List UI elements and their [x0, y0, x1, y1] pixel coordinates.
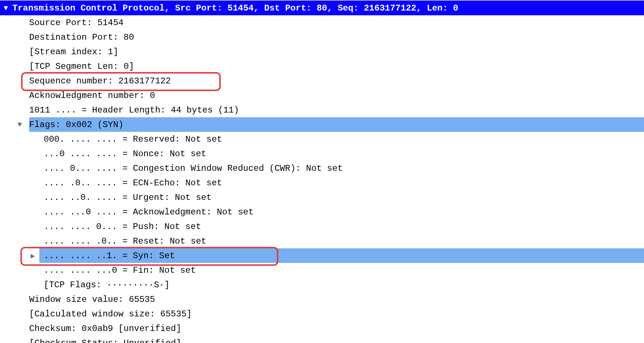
flags-header-label: Flags: 0x002 (SYN): [29, 120, 123, 130]
checksum-row[interactable]: Checksum: 0x0ab9 [unverified]: [0, 321, 644, 336]
checksum-status-row[interactable]: [Checksum Status: Unverified]: [0, 336, 644, 343]
flag-urgent-label: .... ..0. .... = Urgent: Not set: [44, 193, 212, 202]
flag-cwr-label: .... 0... .... = Congestion Window Reduc…: [44, 163, 343, 173]
sequence-number-label: Sequence number: 2163177122: [29, 76, 171, 86]
flag-fin-label: .... .... ...0 = Fin: Not set: [44, 265, 196, 275]
flags-expand[interactable]: [16, 117, 23, 132]
flag-push-label: .... .... 0... = Push: Not set: [44, 222, 201, 232]
header-length-row[interactable]: 1011 .... = Header Length: 44 bytes (11): [0, 103, 644, 117]
flags-row[interactable]: Flags: 0x002 (SYN): [0, 117, 644, 132]
flag-push-row[interactable]: .... .... 0... = Push: Not set: [0, 219, 644, 234]
tcp-header-label: Transmission Control Protocol, Src Port:…: [12, 3, 458, 13]
chevron-down-icon[interactable]: [2, 4, 9, 12]
flag-summary-row[interactable]: [TCP Flags: ·········S·]: [0, 277, 644, 292]
header-length-label: 1011 .... = Header Length: 44 bytes (11): [29, 105, 239, 115]
flag-ecn-label: .... .0.. .... = ECN-Echo: Not set: [44, 178, 222, 188]
flag-ack-label: .... ...0 .... = Acknowledgment: Not set: [44, 207, 254, 217]
calc-window-label: [Calculated window size: 65535]: [29, 309, 192, 319]
dest-port-label: Destination Port: 80: [29, 32, 134, 42]
flag-syn-label: .... .... ..1. = Syn: Set: [44, 251, 175, 261]
flag-syn-row[interactable]: .... .... ..1. = Syn: Set: [0, 248, 644, 263]
source-port-row[interactable]: Source Port: 51454: [0, 15, 644, 30]
flag-reserved-label: 000. .... .... = Reserved: Not set: [44, 134, 222, 144]
flag-ack-row[interactable]: .... ...0 .... = Acknowledgment: Not set: [0, 205, 644, 219]
sequence-number-row[interactable]: Sequence number: 2163177122: [0, 74, 644, 88]
ack-number-label: Acknowledgment number: 0: [29, 91, 155, 100]
flag-nonce-label: ...0 .... .... = Nonce: Not set: [44, 149, 206, 159]
flag-ecn-row[interactable]: .... .0.. .... = ECN-Echo: Not set: [0, 176, 644, 190]
source-port-label: Source Port: 51454: [29, 18, 123, 28]
stream-index-label: [Stream index: 1]: [29, 47, 118, 57]
chevron-right-icon: [29, 251, 36, 260]
chevron-down-icon: [16, 121, 23, 129]
segment-len-label: [TCP Segment Len: 0]: [29, 62, 134, 71]
checksum-status-label: [Checksum Status: Unverified]: [29, 338, 181, 343]
flag-reset-row[interactable]: .... .... .0.. = Reset: Not set: [0, 234, 644, 248]
flag-reset-label: .... .... .0.. = Reset: Not set: [44, 236, 206, 246]
tcp-header-row[interactable]: Transmission Control Protocol, Src Port:…: [0, 1, 644, 15]
flag-cwr-row[interactable]: .... 0... .... = Congestion Window Reduc…: [0, 161, 644, 176]
flag-reserved-row[interactable]: 000. .... .... = Reserved: Not set: [0, 132, 644, 146]
window-size-label: Window size value: 65535: [29, 295, 155, 304]
flag-fin-row[interactable]: .... .... ...0 = Fin: Not set: [0, 263, 644, 277]
stream-index-row[interactable]: [Stream index: 1]: [0, 44, 644, 59]
calc-window-row[interactable]: [Calculated window size: 65535]: [0, 307, 644, 321]
syn-expand[interactable]: [29, 248, 36, 263]
dest-port-row[interactable]: Destination Port: 80: [0, 30, 644, 44]
packet-details-pane[interactable]: Transmission Control Protocol, Src Port:…: [0, 0, 644, 343]
segment-len-row[interactable]: [TCP Segment Len: 0]: [0, 59, 644, 74]
ack-number-row[interactable]: Acknowledgment number: 0: [0, 88, 644, 103]
flag-urgent-row[interactable]: .... ..0. .... = Urgent: Not set: [0, 190, 644, 205]
checksum-label: Checksum: 0x0ab9 [unverified]: [29, 324, 181, 334]
window-size-row[interactable]: Window size value: 65535: [0, 292, 644, 307]
flag-summary-label: [TCP Flags: ·········S·]: [44, 280, 170, 290]
flag-nonce-row[interactable]: ...0 .... .... = Nonce: Not set: [0, 146, 644, 161]
